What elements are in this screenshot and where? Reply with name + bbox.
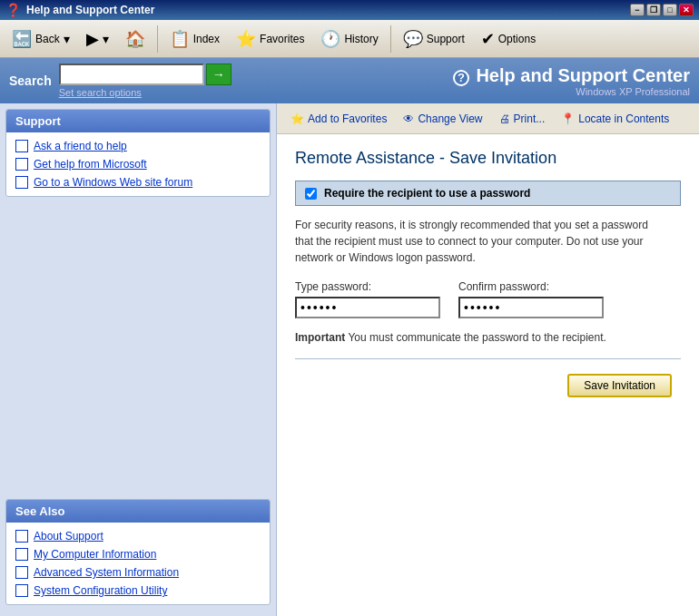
forward-dropdown-icon: ▾: [103, 32, 109, 46]
locate-in-contents-button[interactable]: 📍 Locate in Contents: [555, 110, 675, 128]
search-label: Search: [9, 73, 52, 88]
back-dropdown-icon: ▾: [64, 32, 70, 46]
content-divider: [295, 358, 681, 359]
important-text: You must communicate the password to the…: [348, 331, 605, 344]
history-icon: 🕐: [320, 29, 340, 49]
support-icon: 💬: [403, 29, 423, 49]
save-invitation-button[interactable]: Save Invitation: [567, 374, 672, 397]
support-section-header: Support: [6, 110, 270, 132]
app-subtitle: Windows XP Professional: [453, 86, 690, 97]
favorites-button[interactable]: ⭐ Favorites: [230, 25, 310, 53]
search-bar: Search → Set search options ? Help and S…: [0, 58, 699, 103]
locate-label: Locate in Contents: [578, 112, 669, 125]
see-also-section-header: See Also: [6, 500, 270, 523]
sidebar-item-ask-friend[interactable]: Ask a friend to help: [15, 140, 261, 152]
sidebar-item-advanced-system-info[interactable]: Advanced System Information: [15, 566, 261, 579]
print-label: Print...: [514, 112, 546, 125]
type-password-label: Type password:: [295, 280, 440, 293]
confirm-password-input[interactable]: [458, 297, 604, 318]
confirm-password-group: Confirm password:: [458, 280, 604, 318]
sidebar-item-system-config[interactable]: System Configuration Utility: [15, 584, 261, 597]
forward-button[interactable]: ▶ ▾: [80, 25, 115, 53]
link-icon-advanced-system-info: [15, 566, 28, 579]
see-also-section: See Also About Support My Computer Infor…: [5, 499, 271, 605]
support-label: Support: [427, 33, 465, 45]
sidebar: Support Ask a friend to help Get help fr…: [0, 103, 277, 616]
home-button[interactable]: 🏠: [119, 25, 152, 53]
confirm-password-label: Confirm password:: [458, 280, 604, 293]
link-icon-get-help-microsoft: [15, 158, 28, 171]
support-section-body: Ask a friend to help Get help from Micro…: [6, 132, 270, 196]
close-button[interactable]: ✕: [679, 4, 694, 16]
favorites-label: Favorites: [260, 33, 304, 45]
sidebar-link-label-get-help-microsoft: Get help from Microsoft: [34, 158, 147, 171]
main-layout: Support Ask a friend to help Get help fr…: [0, 103, 699, 616]
forward-icon: ▶: [86, 29, 99, 49]
back-label: Back: [35, 33, 60, 45]
search-input[interactable]: [59, 64, 204, 85]
sidebar-item-my-computer-info[interactable]: My Computer Information: [15, 548, 261, 561]
options-label: Options: [498, 33, 536, 45]
button-row: Save Invitation: [295, 374, 681, 397]
maximize-button[interactable]: □: [663, 4, 677, 16]
minimize-button[interactable]: −: [630, 4, 645, 16]
favorites-icon: ⭐: [236, 29, 256, 49]
window-icon: ❓: [5, 3, 21, 17]
app-title-area: ? Help and Support Center Windows XP Pro…: [453, 65, 690, 97]
sidebar-item-about-support[interactable]: About Support: [15, 530, 261, 543]
toolbar-separator-1: [157, 25, 158, 53]
sidebar-link-label-system-config: System Configuration Utility: [34, 584, 167, 597]
link-icon-windows-forum: [15, 176, 28, 189]
back-button[interactable]: 🔙 Back ▾: [5, 25, 76, 53]
add-favorites-icon: ⭐: [290, 112, 304, 125]
see-also-section-body: About Support My Computer Information Ad…: [6, 523, 270, 604]
options-icon: ✔: [481, 29, 495, 49]
set-search-options-link[interactable]: Set search options: [59, 87, 231, 98]
index-label: Index: [193, 33, 220, 45]
sidebar-link-label-about-support: About Support: [34, 530, 103, 543]
history-button[interactable]: 🕐 History: [314, 25, 384, 53]
important-prefix: Important: [295, 331, 345, 344]
content-body: Remote Assistance - Save Invitation Requ…: [277, 134, 699, 616]
toolbar-separator-2: [390, 25, 391, 53]
require-password-checkbox[interactable]: [305, 188, 317, 200]
change-view-button[interactable]: 👁 Change View: [397, 110, 488, 128]
title-bar: ❓ Help and Support Center − ❐ □ ✕: [0, 0, 699, 20]
window-controls: − ❐ □ ✕: [630, 4, 694, 16]
sidebar-item-windows-forum[interactable]: Go to a Windows Web site forum: [15, 176, 261, 189]
type-password-input[interactable]: [295, 297, 440, 318]
restore-button[interactable]: ❐: [646, 4, 661, 16]
require-password-label: Require the recipient to use a password: [324, 187, 530, 200]
link-icon-my-computer-info: [15, 548, 28, 561]
content-toolbar: ⭐ Add to Favorites 👁 Change View 🖨 Print…: [277, 103, 699, 134]
home-icon: 🏠: [125, 29, 145, 49]
index-icon: 📋: [170, 29, 190, 49]
support-button[interactable]: 💬 Support: [397, 25, 471, 53]
password-fields: Type password: Confirm password:: [295, 280, 681, 318]
content-description: For security reasons, it is strongly rec…: [295, 217, 658, 266]
change-view-label: Change View: [418, 112, 482, 125]
main-toolbar: 🔙 Back ▾ ▶ ▾ 🏠 📋 Index ⭐ Favorites 🕐 His…: [0, 20, 699, 58]
content-area: ⭐ Add to Favorites 👁 Change View 🖨 Print…: [277, 103, 699, 616]
window-title: Help and Support Center: [26, 4, 154, 16]
sidebar-link-label-my-computer-info: My Computer Information: [34, 548, 156, 561]
change-view-icon: 👁: [403, 112, 414, 125]
link-icon-ask-friend: [15, 140, 28, 152]
sidebar-link-label-windows-forum: Go to a Windows Web site forum: [34, 176, 192, 189]
print-button[interactable]: 🖨 Print...: [493, 110, 552, 128]
sidebar-link-label-ask-friend: Ask a friend to help: [34, 140, 127, 152]
add-favorites-label: Add to Favorites: [308, 112, 387, 125]
page-title: Remote Assistance - Save Invitation: [295, 149, 681, 168]
sidebar-link-label-advanced-system-info: Advanced System Information: [34, 566, 179, 579]
add-to-favorites-button[interactable]: ⭐ Add to Favorites: [284, 110, 393, 128]
options-button[interactable]: ✔ Options: [475, 25, 542, 53]
index-button[interactable]: 📋 Index: [163, 25, 226, 53]
support-section: Support Ask a friend to help Get help fr…: [5, 109, 271, 197]
password-checkbox-section: Require the recipient to use a password: [295, 181, 681, 206]
help-circle-icon: ?: [453, 70, 469, 86]
link-icon-system-config: [15, 584, 28, 597]
search-go-button[interactable]: →: [206, 64, 231, 85]
search-input-area: → Set search options: [59, 64, 231, 98]
sidebar-item-get-help-microsoft[interactable]: Get help from Microsoft: [15, 158, 261, 171]
locate-icon: 📍: [561, 112, 575, 125]
